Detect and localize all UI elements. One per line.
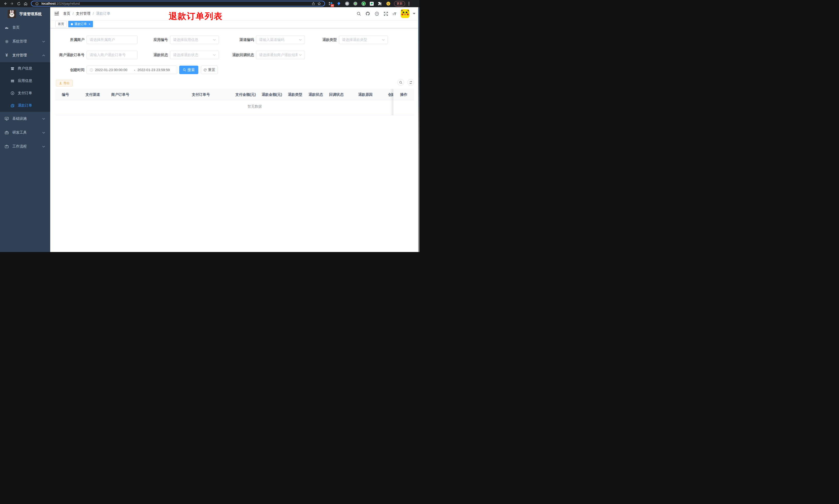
extension-gem-icon[interactable] [337, 2, 341, 6]
browser-back-icon[interactable] [2, 1, 9, 6]
sidebar-item-system[interactable]: 系统管理 [0, 35, 50, 48]
column-header-actions: 操作 [400, 89, 407, 100]
chevron-down-icon [299, 54, 302, 56]
app-frame: 芋道管理系统 首页 系统管理 ¥ 支付管理 [0, 7, 420, 252]
chrome-menu-icon[interactable] [407, 2, 411, 5]
range-end-value[interactable]: 2022-01-23 23:59:59 [138, 68, 174, 72]
refund-status-label: 退款状态 [135, 51, 168, 59]
sidebar-item-workflow[interactable]: 工作流程 [0, 140, 50, 154]
sidebar-item-merchant-info[interactable]: 商户信息 [0, 62, 50, 75]
browser-reload-icon[interactable] [15, 1, 22, 6]
toggle-search-button[interactable] [397, 79, 404, 86]
refund-type-label: 退款类型 [303, 36, 337, 44]
column-header-refund-status: 退款状态 [308, 89, 323, 100]
sidebar-item-label: 基础设施 [12, 116, 27, 121]
breadcrumb-home[interactable]: 首页 [63, 11, 70, 16]
toolbox-icon [5, 130, 9, 134]
top-navbar: 首页 / 支付管理 / 退款订单 ? [50, 7, 420, 20]
breadcrumb-current: 退款订单 [96, 11, 110, 16]
share-icon[interactable] [310, 2, 316, 5]
extension-toolbar: 10 ⌘ y [328, 2, 390, 6]
extension-diamond-icon[interactable]: 10 [328, 2, 333, 6]
main-area: 首页 / 支付管理 / 退款订单 ? [50, 7, 420, 252]
sidebar-item-home[interactable]: 首页 [0, 21, 50, 35]
sidebar-item-label: 首页 [12, 25, 20, 30]
column-header-callback-status: 回调状态 [329, 89, 343, 100]
channel-code-label: 渠道编码 [220, 36, 254, 44]
export-button[interactable]: 导出 [56, 80, 73, 87]
sidebar-collapse-icon[interactable] [54, 12, 59, 16]
extension-y-icon[interactable]: y [361, 2, 366, 6]
tag-refund-order[interactable]: 退款订单 × [68, 21, 93, 27]
extension-command-icon[interactable]: ⌘ [345, 2, 349, 6]
breadcrumb-payment[interactable]: 支付管理 [76, 11, 90, 16]
channel-code-select[interactable]: 请输入渠道编码 [256, 36, 305, 44]
column-header-pay-order-no: 支付订单号 [192, 89, 210, 100]
github-icon[interactable] [365, 11, 370, 16]
sidebar-item-infrastructure[interactable]: 基础设施 [0, 112, 50, 126]
range-start-value[interactable]: 2022-01-23 00:00:00 [95, 68, 131, 72]
refund-order-icon [11, 104, 14, 108]
column-header-refund-reason: 退款原因 [358, 89, 373, 100]
svg-text:?: ? [376, 12, 377, 15]
callback-status-select[interactable]: 请选择通知商户退款结果的 [256, 51, 305, 59]
scrollbar-strip[interactable] [418, 7, 420, 252]
merchant-input[interactable]: 请选择所属商户 [87, 36, 138, 44]
pay-order-icon: ¥ [11, 91, 14, 95]
refund-type-select[interactable]: 请选择退款类型 [339, 36, 388, 44]
reset-button[interactable]: 重置 [201, 66, 218, 74]
gear-icon [5, 40, 9, 43]
app-title: 芋道管理系统 [19, 12, 42, 17]
help-icon[interactable]: ? [374, 11, 379, 16]
tags-view-bar: 首页 退款订单 × [50, 20, 420, 28]
sidebar-item-label: 研发工具 [12, 130, 27, 135]
chevron-down-icon [42, 118, 45, 120]
browser-home-icon[interactable] [22, 1, 29, 6]
yen-icon: ¥ [5, 53, 9, 57]
tag-close-icon[interactable]: × [89, 23, 90, 26]
refresh-button[interactable] [407, 79, 414, 86]
sidebar-item-label: 应用信息 [18, 78, 32, 83]
sidebar-item-payment[interactable]: ¥ 支付管理 [0, 48, 50, 62]
avatar-caret-icon[interactable] [413, 13, 415, 14]
user-avatar[interactable] [401, 9, 409, 18]
sidebar-item-dev-tools[interactable]: 研发工具 [0, 126, 50, 140]
sidebar-item-refund-order[interactable]: 退款订单 [0, 100, 50, 112]
sidebar-item-app-info[interactable]: 应用信息 [0, 75, 50, 87]
fullscreen-icon[interactable] [383, 11, 388, 16]
bookmark-star-icon[interactable] [316, 2, 322, 6]
clock-icon [90, 68, 93, 72]
extensions-puzzle-icon[interactable] [378, 2, 382, 6]
extension-record-icon[interactable] [353, 2, 357, 6]
search-button[interactable]: 搜索 [179, 66, 198, 74]
breadcrumb: 首页 / 支付管理 / 退款订单 [63, 11, 110, 16]
app-no-select[interactable]: 请选择应用信息 [170, 36, 219, 44]
create-time-range-picker[interactable]: 2022-01-23 00:00:00 - 2022-01-23 23:59:5… [87, 66, 177, 74]
chrome-update-button[interactable]: 更新 [394, 1, 405, 6]
chevron-down-icon [42, 146, 45, 147]
chevron-down-icon [213, 39, 216, 41]
extension-emoji-icon[interactable] [386, 2, 390, 6]
merchant-label: 所属商户 [50, 36, 85, 44]
tag-home[interactable]: 首页 [55, 21, 67, 27]
logo-rabbit-image [8, 10, 16, 18]
sidebar-item-label: 工作流程 [12, 144, 27, 149]
merchant-refund-no-input[interactable]: 请输入商户退款订单号 [87, 51, 138, 59]
header-search-icon[interactable] [356, 11, 361, 16]
dashboard-icon [5, 25, 9, 30]
url-path: :1024/pay/refund [56, 2, 80, 5]
app-logo[interactable]: 芋道管理系统 [0, 7, 50, 21]
font-size-icon[interactable]: TT [392, 12, 396, 16]
annotation-title: 退款订单列表 [169, 11, 223, 22]
tag-active-dot [71, 23, 73, 25]
site-info-icon[interactable] [34, 2, 40, 5]
callback-status-label: 退款回调状态 [220, 51, 254, 59]
browser-forward-icon[interactable] [9, 1, 15, 6]
sidebar: 芋道管理系统 首页 系统管理 ¥ 支付管理 [0, 7, 50, 252]
address-bar[interactable]: localhost:1024/pay/refund [31, 1, 325, 6]
sidebar-item-label: 支付订单 [18, 91, 32, 95]
refund-status-select[interactable]: 请选择退款状态 [170, 51, 219, 59]
extension-badge: 10 [331, 4, 334, 7]
sidebar-item-pay-order[interactable]: ¥ 支付订单 [0, 87, 50, 100]
extension-chat-icon[interactable] [370, 2, 374, 6]
